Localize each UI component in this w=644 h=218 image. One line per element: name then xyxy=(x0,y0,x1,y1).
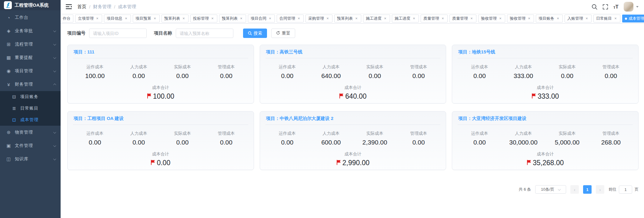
user-menu-caret-icon[interactable] xyxy=(636,6,639,8)
project-name-input[interactable] xyxy=(176,29,233,38)
tab-item[interactable]: 作台 xyxy=(62,15,73,22)
sidebar-item-cost-management[interactable]: ⊡成本管理 xyxy=(0,114,61,126)
tab-close-icon[interactable]: × xyxy=(182,16,186,21)
goto-page-input[interactable] xyxy=(619,186,632,194)
avatar[interactable] xyxy=(624,2,633,12)
breadcrumb-item[interactable]: 首页 xyxy=(77,4,86,10)
goto-label: 前往 xyxy=(609,187,616,192)
tab-item[interactable]: 合同管理× xyxy=(277,15,304,22)
tab-item[interactable]: 预算列表× xyxy=(219,15,246,22)
sidebar-toggle-icon[interactable] xyxy=(65,3,72,10)
search-button[interactable]: 搜索 xyxy=(243,29,267,38)
reminder-icon: ▦ xyxy=(6,55,11,60)
tab-close-icon[interactable]: × xyxy=(441,16,445,21)
total-value: 2,990.00 xyxy=(336,159,370,167)
total-label: 成本合计 xyxy=(73,152,248,157)
reset-button[interactable]: 重置 xyxy=(271,29,295,38)
tab-item[interactable]: 投标管理× xyxy=(190,15,217,22)
metric: 人力成本30,000.00 xyxy=(502,131,545,146)
sidebar-item-knowledge[interactable]: ◫知识库 xyxy=(0,152,61,166)
knowledge-icon: ◫ xyxy=(6,156,11,162)
card-metrics: 运作成本0.00人力成本30,000.00实际成本5,000.00管理成本268… xyxy=(458,131,633,146)
metric-value: 333.00 xyxy=(502,72,545,80)
font-size-icon[interactable]: TT xyxy=(613,4,619,9)
tab-active-item[interactable]: 成本管理× xyxy=(622,15,644,22)
sidebar-item-reminder[interactable]: ▦重要提醒 xyxy=(0,51,61,64)
tab-close-icon[interactable]: × xyxy=(95,16,99,21)
tab-item[interactable]: 入账管理× xyxy=(565,15,592,22)
project-id-input[interactable] xyxy=(89,29,147,38)
tab-item[interactable]: 项目信息× xyxy=(104,15,131,22)
main-column: 首页/财务管理/成本管理 TT 作台立项管理×项目信息×项目预算×预算列表×投标… xyxy=(61,0,644,218)
sidebar-item-workbench[interactable]: ◔工作台 xyxy=(0,11,61,24)
tab-item[interactable]: 质量管理× xyxy=(421,15,448,22)
project-card-title[interactable]: 项目：中铁八局尼泊尔大厦建设 2 xyxy=(265,111,441,125)
search-icon[interactable] xyxy=(592,4,597,10)
project-name: 高铁三号线 xyxy=(280,49,302,54)
tab-close-icon[interactable]: × xyxy=(585,16,589,21)
tab-item[interactable]: 预算列表× xyxy=(334,15,361,22)
sidebar-item-project-accounts[interactable]: ⊟项目账务 xyxy=(0,91,61,103)
sidebar-item-project[interactable]: ◉项目管理 xyxy=(0,64,61,78)
tab-item[interactable]: 验收管理× xyxy=(507,15,534,22)
tab-close-icon[interactable]: × xyxy=(383,16,387,21)
metric-value: 0.00 xyxy=(458,72,501,80)
sidebar-item-daily-ledger[interactable]: ≣日常账目 xyxy=(0,103,61,114)
tab-item[interactable]: 施工进度× xyxy=(363,15,390,22)
card-title-prefix: 项目： xyxy=(74,116,87,121)
tab-close-icon[interactable]: × xyxy=(412,16,416,21)
tab-close-icon[interactable]: × xyxy=(527,16,531,21)
tab-close-icon[interactable]: × xyxy=(325,16,330,21)
project-cost-card: 项目：工程项目 OA 建设运作成本0.00人力成本0.00实际成本0.00管理成… xyxy=(67,111,254,170)
tab-close-icon[interactable]: × xyxy=(153,16,157,21)
tab-close-icon[interactable]: × xyxy=(297,16,301,21)
project-card-title[interactable]: 项目：大亚湾经济开发区项目建设 xyxy=(458,111,633,125)
tab-close-icon[interactable]: × xyxy=(268,16,272,21)
tab-close-icon[interactable]: × xyxy=(498,16,502,21)
tab-label: 施工进度 xyxy=(366,16,382,21)
refresh-icon xyxy=(276,31,280,36)
tab-item[interactable]: 质量管理× xyxy=(449,15,476,22)
metric-label: 运作成本 xyxy=(265,64,309,70)
tab-item[interactable]: 立项管理× xyxy=(75,15,102,22)
tab-close-icon[interactable]: × xyxy=(124,16,128,21)
reset-button-label: 重置 xyxy=(282,31,290,36)
tab-close-icon[interactable]: × xyxy=(469,16,474,21)
sidebar-item-material[interactable]: ⊛物资管理 xyxy=(0,126,61,139)
tab-close-icon[interactable]: × xyxy=(354,16,359,21)
tab-close-icon[interactable]: × xyxy=(613,16,618,21)
tab-item[interactable]: 验收管理× xyxy=(478,15,505,22)
sidebar-menu: ◔工作台◈业务审批⊞流程管理▦重要提醒◉项目管理¥财务管理⊟项目账务≣日常账目⊡… xyxy=(0,10,61,218)
tab-item[interactable]: 项目预算× xyxy=(133,15,160,22)
app-logo[interactable]: 工程管理OA系统 xyxy=(0,0,61,10)
project-card-title[interactable]: 项目：工程项目 OA 建设 xyxy=(73,111,248,125)
page-number-button[interactable]: 1 xyxy=(583,185,592,194)
tab-close-icon[interactable]: × xyxy=(239,16,243,21)
next-page-button[interactable]: › xyxy=(596,185,604,194)
metric-value: 0.00 xyxy=(353,72,397,80)
sidebar-item-approval[interactable]: ◈业务审批 xyxy=(0,24,61,38)
tab-item[interactable]: 项目账务× xyxy=(536,15,563,22)
tab-close-icon[interactable]: × xyxy=(210,16,215,21)
sidebar-item-process[interactable]: ⊞流程管理 xyxy=(0,38,61,51)
tab-item[interactable]: 项目合同× xyxy=(248,15,275,22)
prev-page-button[interactable]: ‹ xyxy=(570,185,579,194)
sidebar-item-file[interactable]: ▣文件管理 xyxy=(0,139,61,152)
breadcrumb-item: 成本管理 xyxy=(118,4,136,10)
tab-label: 预算列表 xyxy=(337,16,353,21)
tab-label: 立项管理 xyxy=(78,16,94,21)
project-card-title[interactable]: 项目：111 xyxy=(73,45,248,58)
project-card-title[interactable]: 项目：地铁15号线 xyxy=(458,45,633,58)
tab-item[interactable]: 预算列表× xyxy=(162,15,189,22)
fullscreen-icon[interactable] xyxy=(602,4,608,10)
tab-item[interactable]: 日常账目× xyxy=(593,15,620,22)
tab-close-icon[interactable]: × xyxy=(556,16,560,21)
page-size-select[interactable]: 10条/页 xyxy=(535,185,566,194)
card-title-prefix: 项目： xyxy=(458,49,472,54)
app-title: 工程管理OA系统 xyxy=(15,2,49,8)
tab-label: 作台 xyxy=(63,16,71,21)
project-card-title[interactable]: 项目：高铁三号线 xyxy=(265,45,441,58)
tab-item[interactable]: 施工进度× xyxy=(392,15,419,22)
tab-item[interactable]: 采购管理× xyxy=(305,15,332,22)
sidebar-item-finance[interactable]: ¥财务管理 xyxy=(0,78,61,91)
